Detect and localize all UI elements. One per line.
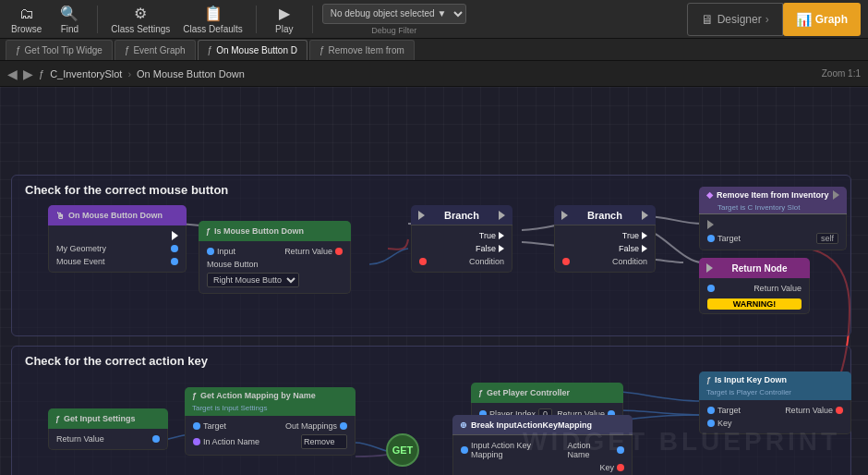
node-action-mapping-header: ƒ Get Action Mapping by Name Target is I…	[185, 387, 356, 416]
designer-tab[interactable]: 🖥 Designer ›	[687, 3, 783, 36]
branch1-false-row: False	[419, 242, 504, 255]
tab-remove-item[interactable]: ƒ Remove Item from	[309, 40, 415, 60]
tab-icon-2: ƒ	[125, 45, 130, 55]
action-target-out-row: Target Out Mappings	[193, 420, 347, 432]
node-remove-body: Target self	[699, 214, 847, 250]
zoom-label: Zoom 1:1	[822, 68, 861, 79]
node-get-input-settings[interactable]: ƒ Get Input Settings Return Value	[48, 408, 168, 450]
find-button[interactable]: 🔍 Find	[51, 3, 88, 36]
exec-out-pin	[172, 231, 178, 240]
toolbar: 🗂 Browse 🔍 Find ⚙ Class Settings 📋 Class…	[0, 0, 868, 39]
nav-back[interactable]: ◀	[7, 67, 18, 81]
my-geometry-row: My Geometry	[56, 242, 178, 255]
node-remove-header: ◆ Remove Item from Inventory Target is C…	[699, 187, 847, 214]
node-return-body: Return Value WARNING!	[699, 278, 810, 314]
node-is-mouse-button-down[interactable]: ƒ Is Mouse Button Down Input Return Valu…	[199, 221, 351, 294]
in-action-pin	[193, 438, 200, 445]
mouse-event-row: Mouse Event	[56, 255, 178, 268]
separator-2	[256, 6, 257, 33]
tab-icon-1: ƒ	[16, 45, 21, 55]
return-value-row: Return Value	[707, 282, 802, 295]
debug-select[interactable]: No debug object selected ▼	[322, 4, 466, 24]
node-on-mouse-body: My Geometry Mouse Event	[48, 225, 187, 273]
node-action-mapping-body: Target Out Mappings In Action Name	[185, 416, 356, 456]
node-player-controller-header: ƒ Get Player Controller	[471, 383, 623, 403]
branch2-exec-in	[561, 211, 568, 220]
blueprint-canvas[interactable]: Check for the correct mouse button Check…	[0, 87, 868, 475]
play-button[interactable]: ▶ Play	[266, 3, 303, 36]
class-defaults-button[interactable]: 📋 Class Defaults	[179, 3, 246, 36]
remove-subtitle: Target is C Inventory Slot	[706, 203, 800, 212]
branch1-exec-in	[418, 211, 425, 220]
node-is-mouse-body: Input Return Value Mouse Button Right Mo…	[199, 241, 351, 294]
branch1-condition-row: Condition	[419, 255, 504, 268]
node-branch-2[interactable]: Branch True False Condition	[554, 205, 656, 273]
input-key-target-pin	[707, 407, 715, 414]
breadcrumb-function: On Mouse Button Down	[137, 68, 245, 79]
false-exec-pin	[499, 245, 504, 252]
action-out-pin	[340, 422, 347, 430]
get-badge: GET	[386, 433, 419, 467]
node-branch2-body: True False Condition	[554, 225, 656, 273]
tab-icon-3: ƒ	[208, 45, 213, 55]
find-icon: 🔍	[60, 5, 78, 23]
breadcrumb-sep: ›	[127, 68, 131, 79]
watermark: WIDGET BLUEPRINT	[523, 427, 840, 457]
branch2-exec-out	[642, 211, 648, 220]
nav-forward[interactable]: ▶	[23, 67, 33, 81]
tab-bar: ƒ Get Tool Tip Widge ƒ Event Graph ƒ On …	[0, 39, 868, 61]
breadcrumb-function-icon: ƒ	[39, 68, 44, 79]
browse-button[interactable]: 🗂 Browse	[7, 3, 45, 36]
node-on-mouse-button-down[interactable]: 🖱 On Mouse Button Down My Geometry Mouse…	[48, 205, 187, 273]
branch2-false-pin	[642, 245, 647, 252]
node-branch1-body: True False Condition	[411, 225, 512, 273]
branch2-condition-row: Condition	[562, 255, 647, 268]
node-is-input-key-down[interactable]: ƒ Is Input Key Down Target is Player Con…	[699, 371, 851, 434]
remove-target-pin	[707, 235, 715, 242]
node-branch1-header: Branch	[411, 205, 512, 225]
mode-tabs: 🖥 Designer › 📊 Graph	[687, 3, 861, 36]
mouse-select-row: Right Mouse Button	[207, 271, 343, 289]
node-branch-1[interactable]: Branch True False Condition	[411, 205, 512, 273]
input-key-key-pin	[707, 420, 715, 427]
class-settings-button[interactable]: ⚙ Class Settings	[107, 3, 174, 36]
input-settings-return-row: Return Value	[56, 432, 160, 445]
section-bottom-title: Check for the correct action key	[12, 347, 850, 368]
mouse-button-select[interactable]: Right Mouse Button	[207, 273, 299, 287]
remove-target-row: Target self	[707, 231, 838, 246]
break-key-pin	[617, 464, 624, 471]
branch1-exec-out	[499, 211, 505, 220]
in-action-input[interactable]	[301, 434, 347, 449]
remove-exec-pin	[833, 190, 839, 200]
node-on-mouse-header: 🖱 On Mouse Button Down	[48, 205, 187, 225]
node-is-mouse-header: ƒ Is Mouse Button Down	[199, 221, 351, 241]
graph-tab[interactable]: 📊 Graph	[783, 3, 861, 36]
input-pin	[207, 248, 214, 255]
branch2-true-row: True	[562, 229, 647, 242]
tab-event-graph[interactable]: ƒ Event Graph	[115, 40, 196, 60]
my-geometry-pin	[171, 245, 178, 252]
debug-wrapper: No debug object selected ▼ Debug Filter	[322, 4, 466, 35]
input-key-target-row: Target Return Value	[707, 404, 843, 417]
branch2-false-row: False	[562, 242, 647, 255]
return-value-pin	[707, 285, 715, 292]
branch1-true-row: True	[419, 229, 504, 242]
tab-get-tooltip[interactable]: ƒ Get Tool Tip Widge	[6, 40, 113, 60]
node-get-action-mapping[interactable]: ƒ Get Action Mapping by Name Target is I…	[185, 387, 356, 456]
return-pin	[335, 248, 343, 255]
remove-exec-row	[707, 218, 838, 231]
input-return-row: Input Return Value	[207, 245, 343, 258]
node-remove-item[interactable]: ◆ Remove Item from Inventory Target is C…	[699, 187, 847, 250]
node-return[interactable]: Return Node Return Value WARNING!	[699, 258, 810, 314]
break-key-row: Key	[461, 461, 624, 474]
class-settings-icon: ⚙	[131, 5, 150, 23]
action-target-pin	[193, 422, 200, 430]
node-input-key-header: ƒ Is Input Key Down Target is Player Con…	[699, 371, 851, 400]
action-inname-row: In Action Name	[193, 432, 347, 451]
condition-pin	[419, 258, 427, 265]
debug-label: Debug Filter	[371, 26, 416, 35]
node-input-settings-header: ƒ Get Input Settings	[48, 408, 168, 429]
breadcrumb-class: C_InventorySlot	[50, 68, 122, 79]
tab-on-mouse[interactable]: ƒ On Mouse Button D	[198, 40, 307, 60]
separator-3	[312, 6, 313, 33]
